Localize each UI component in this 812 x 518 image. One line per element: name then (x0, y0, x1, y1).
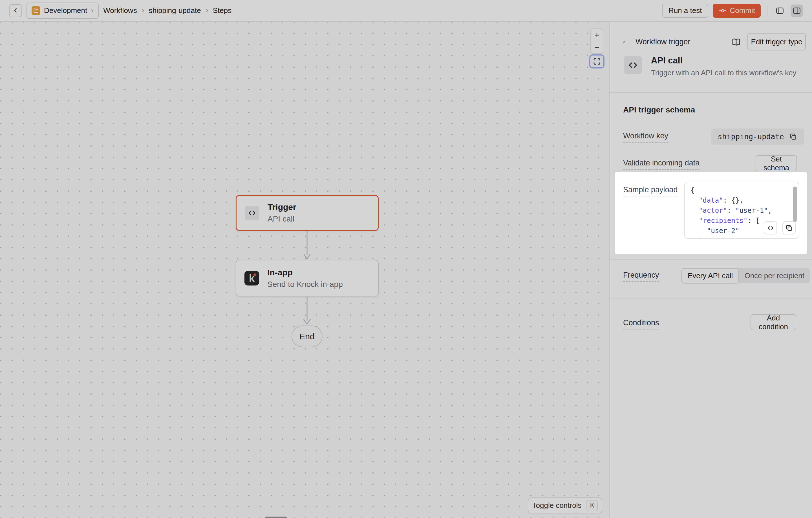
docs-book-icon[interactable] (730, 36, 743, 49)
format-code-button[interactable] (764, 221, 777, 235)
trigger-node-text: Trigger API call (267, 202, 296, 223)
workflow-key-value: shipping-update (718, 132, 784, 141)
copy-icon (785, 224, 793, 232)
environment-selector[interactable]: Development › (27, 3, 99, 19)
sample-payload-label: Sample payload (623, 185, 678, 194)
knock-logo-icon: k (244, 271, 259, 285)
editor-scrollbar[interactable] (793, 187, 797, 222)
commit-button[interactable]: Commit (713, 4, 761, 18)
trigger-type-description: Trigger with an API call to this workflo… (651, 68, 796, 77)
toolbar-divider (767, 6, 767, 16)
code-icon (245, 206, 259, 220)
knock-logo-dot (254, 273, 256, 276)
back-chevron-icon: ‹ (14, 5, 17, 15)
conditions-label: Conditions (623, 318, 659, 327)
commit-label: Commit (730, 6, 755, 15)
code-icon (766, 224, 775, 232)
workflow-canvas[interactable]: + − Trigger API call k In-app Se (0, 22, 609, 518)
frequency-label: Frequency (623, 271, 659, 280)
panel-title: Workflow trigger (636, 37, 691, 46)
zoom-in-button[interactable]: + (591, 29, 603, 41)
zoom-out-button[interactable]: − (591, 41, 603, 53)
api-call-code-icon (624, 56, 642, 74)
environment-label: Development (44, 6, 87, 15)
trigger-node-title: Trigger (267, 202, 296, 212)
chevron-right-icon: › (91, 6, 94, 16)
set-schema-button[interactable]: Set schema (756, 155, 797, 171)
breadcrumb-steps[interactable]: Steps (213, 6, 232, 15)
fit-view-icon (593, 57, 601, 66)
hidden-bottom-element (265, 517, 287, 518)
schema-section-heading: API trigger schema (623, 105, 695, 115)
top-bar-actions: Run a test Commit (662, 4, 803, 18)
frequency-segmented-control: Every API call Once per recipient (682, 268, 810, 283)
keyboard-shortcut-badge: K (586, 500, 598, 511)
toggle-controls-label: Toggle controls (532, 501, 582, 510)
in-app-node[interactable]: k In-app Send to Knock in-app (236, 260, 379, 297)
chevron-right-icon: › (206, 6, 208, 16)
knock-workflow-editor: ‹ Development › Workflows › shipping-upd… (0, 0, 812, 518)
run-a-test-button[interactable]: Run a test (662, 4, 708, 18)
fit-view-button[interactable] (589, 54, 605, 68)
left-panel-toggle-icon[interactable] (774, 4, 786, 17)
environment-folder-icon (32, 6, 40, 15)
frequency-option-once-per-recipient[interactable]: Once per recipient (739, 268, 810, 283)
trigger-node-subtitle: API call (267, 214, 296, 223)
back-arrow-icon: ← (621, 35, 631, 46)
breadcrumb-workflow-key[interactable]: shipping-update (149, 6, 201, 15)
sample-payload-editor[interactable]: { "data": {}, "actor": "user-1", "recipi… (684, 182, 799, 239)
section-divider (610, 259, 812, 260)
editor-actions (764, 221, 796, 235)
frequency-option-every-api-call[interactable]: Every API call (682, 268, 739, 283)
in-app-node-title: In-app (267, 268, 343, 277)
copy-payload-button[interactable] (782, 221, 796, 235)
trigger-type-title: API call (651, 56, 683, 66)
back-button[interactable]: ‹ (9, 4, 22, 17)
workflow-key-value-pill: shipping-update (711, 128, 804, 145)
copy-icon[interactable] (789, 132, 798, 141)
top-bar: ‹ Development › Workflows › shipping-upd… (0, 0, 812, 22)
workflow-trigger-panel: ← Workflow trigger Edit trigger type API… (609, 22, 812, 518)
right-panel-toggle-icon[interactable] (790, 4, 803, 17)
end-node[interactable]: End (292, 326, 323, 347)
edit-trigger-type-button[interactable]: Edit trigger type (748, 33, 806, 51)
panel-back-button[interactable]: ← (620, 34, 632, 47)
breadcrumb-workflows[interactable]: Workflows (103, 6, 137, 15)
workflow-key-label: Workflow key (623, 132, 668, 140)
trigger-node[interactable]: Trigger API call (236, 195, 379, 231)
section-divider (610, 92, 812, 93)
in-app-node-subtitle: Send to Knock in-app (267, 280, 343, 289)
end-node-label: End (299, 332, 314, 341)
section-divider (610, 298, 812, 299)
validate-incoming-data-label: Validate incoming data (623, 159, 699, 167)
add-condition-button[interactable]: Add condition (751, 314, 796, 330)
zoom-controls: + − (590, 28, 603, 54)
commit-icon (718, 6, 727, 15)
breadcrumb: ‹ Development › Workflows › shipping-upd… (9, 3, 231, 19)
toggle-controls-button[interactable]: Toggle controls K (528, 497, 602, 514)
chevron-right-icon: › (142, 6, 144, 16)
in-app-node-text: In-app Send to Knock in-app (267, 268, 343, 289)
